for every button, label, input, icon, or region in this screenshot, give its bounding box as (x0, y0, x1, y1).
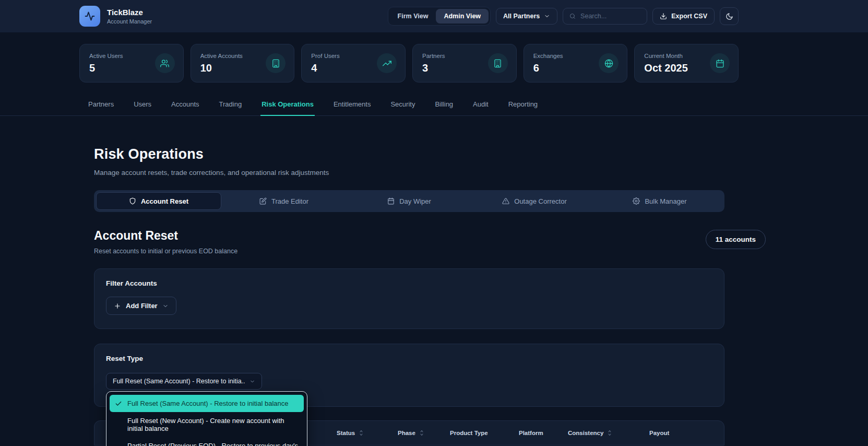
gear-icon (633, 197, 640, 205)
stat-value: Oct 2025 (644, 62, 687, 74)
chevron-down-icon (544, 13, 550, 19)
building-icon (266, 53, 286, 73)
plus-icon (114, 302, 121, 310)
partner-filter-value: All Partners (503, 13, 540, 20)
main-tabs: Partners Users Accounts Trading Risk Ope… (0, 95, 868, 116)
tab-users[interactable]: Users (133, 95, 152, 116)
tab-risk-operations[interactable]: Risk Operations (260, 95, 315, 116)
subtab-account-reset[interactable]: Account Reset (96, 192, 221, 210)
stat-label: Active Users (89, 53, 123, 59)
partner-filter-select[interactable]: All Partners (496, 8, 557, 25)
stat-card-active-users: Active Users 5 (79, 44, 184, 83)
subtab-label: Outage Corrector (514, 197, 566, 205)
accounts-count-badge: 11 accounts (706, 230, 766, 249)
stat-card-current-month: Current Month Oct 2025 (634, 44, 739, 83)
chevron-down-icon (162, 303, 169, 309)
check-icon (115, 400, 122, 407)
section-title: Account Reset (94, 229, 237, 243)
users-icon (155, 53, 175, 73)
reset-type-card: Reset Type Full Reset (Same Account) - R… (94, 344, 724, 407)
sort-icon[interactable] (419, 430, 425, 436)
stat-label: Partners (422, 53, 445, 59)
trending-up-icon (377, 53, 397, 73)
sort-icon[interactable] (607, 430, 613, 436)
tab-accounts[interactable]: Accounts (170, 95, 200, 116)
add-filter-label: Add Filter (126, 302, 158, 310)
subtab-bulk-manager[interactable]: Bulk Manager (597, 192, 722, 210)
tab-billing[interactable]: Billing (434, 95, 454, 116)
stat-card-partners: Partners 3 (412, 44, 517, 83)
calendar-icon (387, 197, 395, 205)
search-icon (569, 13, 576, 20)
tab-trading[interactable]: Trading (218, 95, 243, 116)
theme-toggle-button[interactable] (720, 7, 739, 25)
chevron-down-icon (249, 379, 255, 384)
app-logo-icon (79, 6, 100, 27)
tab-entitlements[interactable]: Entitlements (332, 95, 372, 116)
export-csv-button[interactable]: Export CSV (652, 8, 715, 25)
globe-icon (599, 53, 619, 73)
column-header-consistency: Consistency (568, 430, 603, 436)
calendar-icon (710, 53, 730, 73)
app-window: TickBlaze Account Manager Firm View Admi… (0, 0, 868, 446)
subtab-bar: Account Reset Trade Editor Day Wiper Out… (94, 190, 724, 212)
download-icon (660, 13, 667, 20)
stat-card-prof-users: Prof Users 4 (301, 44, 406, 83)
menu-item-full-reset-same[interactable]: Full Reset (Same Account) - Restore to i… (110, 395, 304, 412)
column-header-platform: Platform (519, 430, 543, 436)
column-header-phase: Phase (398, 430, 415, 436)
stat-label: Active Accounts (200, 53, 243, 59)
stat-label: Current Month (644, 53, 687, 59)
stat-value: 5 (89, 62, 123, 74)
menu-item-full-reset-new[interactable]: Full Reset (New Account) - Create new ac… (110, 412, 304, 437)
add-filter-button[interactable]: Add Filter (106, 297, 176, 315)
column-header-payout: Payout (649, 430, 669, 436)
subtab-label: Day Wiper (399, 197, 431, 205)
subtab-day-wiper[interactable]: Day Wiper (347, 192, 472, 210)
app-subtitle: Account Manager (107, 18, 152, 25)
column-header-product-type: Product Type (450, 430, 488, 436)
menu-item-partial-reset[interactable]: Partial Reset (Previous EOD) - Restore t… (110, 437, 304, 446)
firm-view-button[interactable]: Firm View (390, 9, 436, 24)
menu-item-label: Full Reset (Same Account) - Restore to i… (127, 400, 289, 407)
subtab-label: Trade Editor (271, 197, 308, 205)
brand: TickBlaze Account Manager (79, 6, 152, 27)
subtab-label: Account Reset (141, 197, 188, 205)
export-csv-label: Export CSV (671, 13, 707, 20)
app-title: TickBlaze (107, 8, 152, 17)
admin-view-button[interactable]: Admin View (436, 9, 489, 24)
reset-type-dropdown-menu: Full Reset (Same Account) - Restore to i… (106, 391, 307, 446)
app-header: TickBlaze Account Manager Firm View Admi… (0, 0, 868, 32)
search-box[interactable] (563, 8, 647, 25)
search-input[interactable] (580, 13, 640, 20)
view-toggle: Firm View Admin View (388, 7, 491, 26)
page-subtitle: Manage account resets, trade corrections… (94, 169, 724, 177)
warning-triangle-icon (502, 197, 509, 205)
tab-security[interactable]: Security (389, 95, 416, 116)
stat-label: Prof Users (311, 53, 339, 59)
filter-accounts-card: Filter Accounts Add Filter (94, 268, 724, 329)
subtab-outage-corrector[interactable]: Outage Corrector (472, 192, 597, 210)
reset-card-title: Reset Type (106, 355, 712, 362)
section-header: Account Reset Reset accounts to initial … (94, 229, 724, 255)
main-content: Risk Operations Manage account resets, t… (0, 146, 868, 445)
stat-card-active-accounts: Active Accounts 10 (191, 44, 295, 83)
column-header-status: Status (337, 430, 355, 436)
stats-row: Active Users 5 Active Accounts 10 Prof U… (79, 44, 739, 83)
tab-partners[interactable]: Partners (87, 95, 115, 116)
header-actions: Firm View Admin View All Partners Export… (388, 7, 739, 26)
stat-value: 3 (422, 62, 445, 74)
shield-icon (129, 197, 136, 205)
sort-icon[interactable] (358, 430, 364, 436)
stat-value: 4 (311, 62, 339, 74)
stat-label: Exchanges (533, 53, 563, 59)
reset-type-select[interactable]: Full Reset (Same Account) - Restore to i… (106, 373, 262, 390)
stat-value: 6 (533, 62, 563, 74)
moon-icon (726, 13, 733, 20)
filter-card-title: Filter Accounts (106, 279, 712, 287)
section-subtitle: Reset accounts to initial or previous EO… (94, 248, 237, 255)
subtab-trade-editor[interactable]: Trade Editor (221, 192, 347, 210)
tab-audit[interactable]: Audit (472, 95, 490, 116)
tab-reporting[interactable]: Reporting (507, 95, 539, 116)
building-icon (488, 53, 508, 73)
